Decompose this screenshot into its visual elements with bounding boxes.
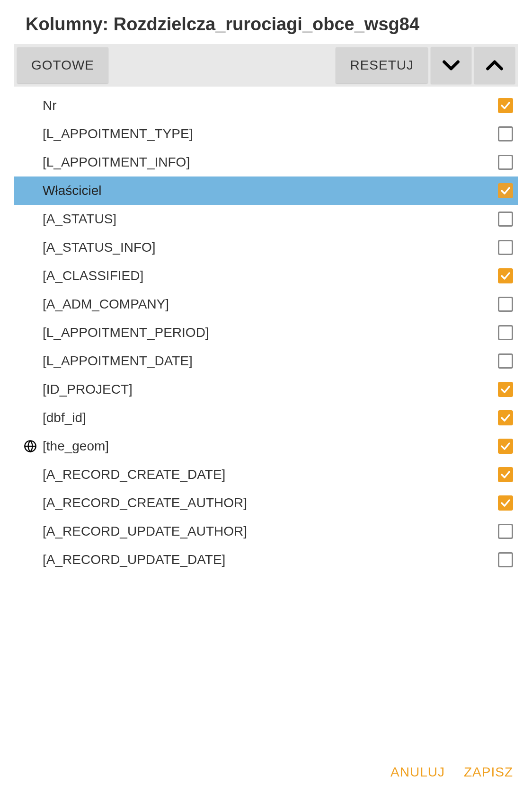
row-label: [dbf_id] (43, 410, 498, 425)
column-visibility-checkbox[interactable] (498, 495, 513, 511)
row-label: [A_STATUS_INFO] (43, 240, 498, 255)
column-visibility-checkbox[interactable] (498, 183, 513, 198)
columns-dialog: Kolumny: Rozdzielcza_rurociagi_obce_wsg8… (0, 0, 532, 794)
reset-button[interactable]: RESETUJ (336, 47, 428, 83)
list-row[interactable]: [A_ADM_COMPANY] (14, 290, 518, 318)
column-visibility-checkbox[interactable] (498, 212, 513, 227)
column-visibility-checkbox[interactable] (498, 240, 513, 255)
globe-icon (14, 440, 43, 453)
move-down-button[interactable] (431, 47, 471, 84)
row-label: [ID_PROJECT] (43, 382, 498, 397)
dialog-footer: ANULUJ ZAPISZ (14, 750, 518, 785)
row-label: [A_CLASSIFIED] (43, 268, 498, 283)
done-button[interactable]: GOTOWE (17, 47, 108, 83)
chevron-up-icon (484, 55, 505, 76)
row-label: [A_ADM_COMPANY] (43, 297, 498, 312)
list-row[interactable]: Właściciel (14, 176, 518, 205)
row-label: [A_RECORD_CREATE_DATE] (43, 467, 498, 482)
save-button[interactable]: ZAPISZ (464, 765, 513, 780)
toolbar: GOTOWE RESETUJ (14, 44, 518, 87)
column-visibility-checkbox[interactable] (498, 410, 513, 425)
list-row[interactable]: [ID_PROJECT] (14, 375, 518, 404)
list-row[interactable]: [L_APPOITMENT_PERIOD] (14, 318, 518, 347)
row-label: [A_RECORD_UPDATE_DATE] (43, 552, 498, 567)
column-visibility-checkbox[interactable] (498, 353, 513, 369)
list-row[interactable]: [A_STATUS] (14, 205, 518, 233)
chevron-down-icon (441, 55, 461, 76)
column-visibility-checkbox[interactable] (498, 297, 513, 312)
list-row[interactable]: [dbf_id] (14, 404, 518, 432)
row-label: [L_APPOITMENT_PERIOD] (43, 325, 498, 340)
column-visibility-checkbox[interactable] (498, 268, 513, 283)
column-visibility-checkbox[interactable] (498, 325, 513, 340)
list-row[interactable]: [the_geom] (14, 432, 518, 460)
column-visibility-checkbox[interactable] (498, 552, 513, 567)
list-row[interactable]: [A_STATUS_INFO] (14, 233, 518, 262)
list-row[interactable]: [L_APPOITMENT_TYPE] (14, 120, 518, 148)
list-row[interactable]: [L_APPOITMENT_DATE] (14, 347, 518, 375)
columns-list: Nr[L_APPOITMENT_TYPE][L_APPOITMENT_INFO]… (14, 91, 518, 750)
row-label: [the_geom] (43, 439, 498, 454)
column-visibility-checkbox[interactable] (498, 382, 513, 397)
column-visibility-checkbox[interactable] (498, 439, 513, 454)
row-label: [L_APPOITMENT_INFO] (43, 155, 498, 170)
list-row[interactable]: [A_RECORD_UPDATE_DATE] (14, 546, 518, 574)
row-label: [A_STATUS] (43, 212, 498, 227)
list-row[interactable]: Nr (14, 91, 518, 120)
column-visibility-checkbox[interactable] (498, 155, 513, 170)
list-fade (14, 727, 518, 750)
row-label: [L_APPOITMENT_DATE] (43, 353, 498, 369)
row-label: [A_RECORD_UPDATE_AUTHOR] (43, 524, 498, 539)
move-up-button[interactable] (474, 47, 515, 84)
column-visibility-checkbox[interactable] (498, 98, 513, 113)
dialog-title: Kolumny: Rozdzielcza_rurociagi_obce_wsg8… (14, 14, 518, 35)
column-visibility-checkbox[interactable] (498, 126, 513, 141)
row-label: Właściciel (43, 183, 498, 198)
column-visibility-checkbox[interactable] (498, 524, 513, 539)
list-row[interactable]: [A_RECORD_UPDATE_AUTHOR] (14, 517, 518, 546)
list-row[interactable]: [A_CLASSIFIED] (14, 262, 518, 290)
row-label: [L_APPOITMENT_TYPE] (43, 126, 498, 141)
list-row[interactable]: [L_APPOITMENT_INFO] (14, 148, 518, 176)
cancel-button[interactable]: ANULUJ (390, 765, 445, 780)
column-visibility-checkbox[interactable] (498, 467, 513, 482)
list-row[interactable]: [A_RECORD_CREATE_DATE] (14, 460, 518, 489)
list-row[interactable]: [A_RECORD_CREATE_AUTHOR] (14, 489, 518, 517)
row-label: Nr (43, 98, 498, 113)
row-label: [A_RECORD_CREATE_AUTHOR] (43, 495, 498, 511)
